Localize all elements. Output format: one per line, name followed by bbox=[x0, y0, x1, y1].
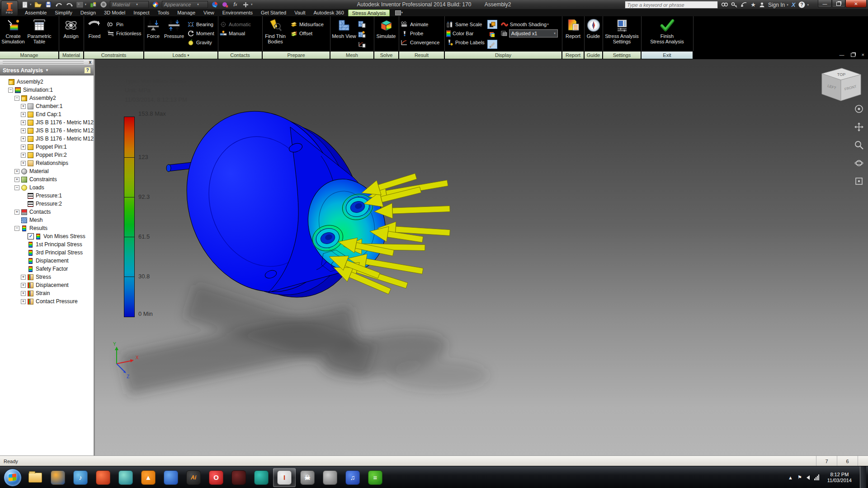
taskbar-app-search-app[interactable] bbox=[160, 469, 182, 487]
material-combobox[interactable]: Material ▾ bbox=[110, 1, 149, 8]
document-minimize-button[interactable]: — bbox=[840, 52, 844, 57]
redo-icon[interactable] bbox=[66, 1, 73, 8]
tree-expand-icon[interactable]: + bbox=[21, 283, 26, 288]
tree-expand-icon[interactable]: + bbox=[21, 120, 26, 125]
pin-constraint-button[interactable]: Pin bbox=[105, 20, 143, 29]
taskbar-app-itunes[interactable]: ♪ bbox=[70, 469, 91, 487]
tree-expand-icon[interactable]: + bbox=[21, 275, 26, 280]
iproperties-icon[interactable] bbox=[76, 1, 84, 8]
color-wheel-icon[interactable] bbox=[151, 1, 159, 8]
taskbar-app-teal-app[interactable] bbox=[250, 469, 272, 487]
taskbar-app-skull-app[interactable]: ☠ bbox=[297, 469, 318, 487]
tab-get-started[interactable]: Get Started bbox=[257, 9, 290, 16]
force-load-button[interactable]: Force bbox=[144, 18, 163, 39]
clear-overrides-icon[interactable] bbox=[221, 1, 229, 8]
color-bar-button[interactable]: Color Bar bbox=[444, 29, 486, 38]
open-icon[interactable] bbox=[34, 1, 42, 8]
shaded-display-toggle[interactable] bbox=[487, 20, 497, 29]
tree-expand-icon[interactable]: + bbox=[21, 104, 26, 109]
tree-item-end-cap-1[interactable]: +End Cap:1 bbox=[0, 110, 94, 118]
panel-label-solve[interactable]: Solve bbox=[374, 52, 398, 59]
taskbar-app-dark-app[interactable] bbox=[228, 469, 250, 487]
browser-close-icon[interactable]: x bbox=[86, 60, 94, 65]
taskbar-app-mixer-app[interactable]: ≡ bbox=[364, 469, 386, 487]
tree-item-material[interactable]: +Material bbox=[0, 167, 94, 175]
help-search-input[interactable] bbox=[625, 1, 718, 9]
find-thin-bodies-button[interactable]: Find Thin Bodies bbox=[262, 18, 288, 44]
tree-item-jis-b-1176-metric-m12-x-35-2[interactable]: +JIS B 1176 - Metric M12 x 35:2 bbox=[0, 127, 94, 135]
window-minimize-button[interactable]: — bbox=[818, 0, 832, 8]
panel-label-display[interactable]: Display bbox=[445, 52, 561, 59]
new-file-icon[interactable] bbox=[21, 1, 28, 8]
tree-item-poppet-pin-2[interactable]: +Poppet Pin:2 bbox=[0, 151, 94, 159]
sign-in-dropdown[interactable]: ▾ bbox=[787, 3, 788, 7]
tree-expand-icon[interactable]: + bbox=[21, 153, 26, 158]
taskbar-clock[interactable]: 8:12 PM 11/03/2014 bbox=[824, 472, 855, 483]
tree-item-poppet-pin-1[interactable]: +Poppet Pin:1 bbox=[0, 143, 94, 151]
smooth-shading-dropdown[interactable]: Smooth Shading ▾ bbox=[499, 20, 560, 29]
viewcube-top-label[interactable]: TOP bbox=[837, 72, 845, 77]
document-restore-button[interactable] bbox=[851, 53, 855, 57]
tab-view[interactable]: View bbox=[199, 9, 218, 16]
tab-manage[interactable]: Manage bbox=[173, 9, 199, 16]
tree-expand-icon[interactable]: + bbox=[14, 177, 19, 182]
browser-help-icon[interactable]: ? bbox=[84, 67, 91, 74]
tab-tools[interactable]: Tools bbox=[154, 9, 174, 16]
panel-label-settings[interactable]: Settings bbox=[603, 52, 641, 59]
tree-expand-icon[interactable]: + bbox=[21, 128, 26, 133]
local-mesh-control-button[interactable] bbox=[358, 30, 366, 39]
tree-item-simulation-1[interactable]: −Simulation:1 bbox=[0, 86, 94, 94]
measure-icon[interactable] bbox=[99, 1, 107, 8]
panel-label-guide[interactable]: Guide bbox=[585, 52, 602, 59]
action-center-flag-icon[interactable]: ⚑ bbox=[797, 474, 802, 480]
manual-contacts-button[interactable]: Manual bbox=[218, 29, 253, 38]
navigation-wheel-icon[interactable] bbox=[854, 104, 863, 113]
moment-load-button[interactable]: Moment bbox=[185, 29, 216, 38]
finish-stress-analysis-button[interactable]: Finish Stress Analysis bbox=[647, 18, 688, 44]
exchange-apps-icon[interactable]: X bbox=[792, 1, 796, 8]
browser-title-dropdown-icon[interactable]: ▼ bbox=[45, 68, 49, 72]
tree-expand-icon[interactable]: + bbox=[21, 112, 26, 117]
save-icon[interactable] bbox=[45, 1, 52, 8]
sign-in-button[interactable]: Sign In bbox=[768, 2, 785, 8]
fx-icon[interactable]: fx bbox=[231, 1, 239, 8]
look-at-icon[interactable] bbox=[854, 177, 863, 186]
tree-item-pressure-1[interactable]: Pressure:1 bbox=[0, 192, 94, 200]
help-icon[interactable]: ? bbox=[798, 1, 805, 8]
browser-header[interactable]: Stress Analysis ▼ ? bbox=[0, 66, 94, 75]
tree-item-strain[interactable]: +Strain bbox=[0, 289, 94, 297]
tree-item-mesh[interactable]: Mesh bbox=[0, 216, 94, 224]
tab-design[interactable]: Design bbox=[76, 9, 100, 16]
tree-item-displacement[interactable]: +Displacement bbox=[0, 281, 94, 289]
taskbar-app-vlc[interactable]: ▲ bbox=[137, 469, 159, 487]
tree-item-assembly2[interactable]: −Assembly2 bbox=[0, 94, 94, 102]
bearing-load-button[interactable]: Bearing bbox=[185, 20, 216, 29]
search-icon[interactable] bbox=[721, 2, 728, 8]
tree-expand-icon[interactable]: + bbox=[21, 145, 26, 150]
offset-button[interactable]: Offset bbox=[288, 29, 326, 38]
document-close-button[interactable]: × bbox=[862, 52, 864, 57]
pressure-load-button[interactable]: Pressure bbox=[163, 18, 185, 39]
tree-item-jis-b-1176-metric-m12-x-35-3[interactable]: +JIS B 1176 - Metric M12 x 35:3 bbox=[0, 135, 94, 143]
tree-item-3rd-principal-stress[interactable]: 3rd Principal Stress bbox=[0, 249, 94, 257]
taskbar-app-media-player[interactable] bbox=[92, 469, 114, 487]
tab-stress-analysis[interactable]: Stress Analysis bbox=[348, 9, 390, 16]
convergence-plot-button[interactable]: Convergence bbox=[399, 38, 441, 47]
mesh-view-button[interactable]: Mesh View bbox=[330, 18, 358, 39]
tree-expand-icon[interactable]: + bbox=[21, 291, 26, 296]
tree-expand-icon[interactable]: + bbox=[21, 161, 26, 166]
undo-icon[interactable] bbox=[55, 1, 63, 8]
volume-icon[interactable] bbox=[807, 475, 810, 480]
stress-analysis-settings-button[interactable]: Stress Analysis Settings bbox=[603, 18, 641, 44]
probe-results-button[interactable]: Probe bbox=[399, 29, 441, 38]
tree-item-loads[interactable]: −Loads bbox=[0, 183, 94, 192]
adjust-appearance-icon[interactable] bbox=[211, 1, 218, 8]
panel-label-mesh[interactable]: Mesh bbox=[330, 52, 373, 59]
displacement-scale-combobox[interactable]: Adjusted x1 ▾ bbox=[509, 29, 558, 38]
view-cube[interactable]: TOP LEFT FRONT bbox=[822, 68, 861, 101]
panel-label-result[interactable]: Result bbox=[399, 52, 444, 59]
tree-item-stress[interactable]: +Stress bbox=[0, 273, 94, 281]
taskbar-app-opera[interactable]: O bbox=[205, 469, 227, 487]
tree-item-safety-factor[interactable]: Safety Factor bbox=[0, 265, 94, 273]
update-icon[interactable] bbox=[89, 1, 97, 8]
